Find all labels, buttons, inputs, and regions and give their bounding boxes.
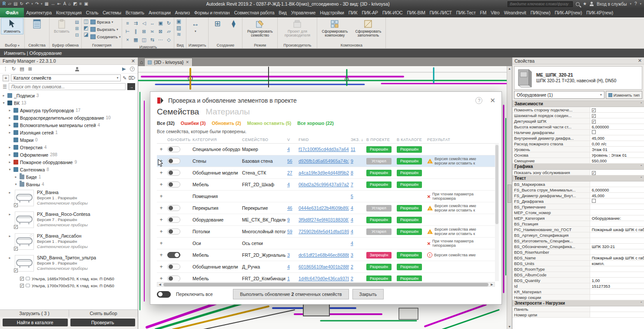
table-vertical-scrollbar[interactable] <box>495 144 499 281</box>
expand-arrow-icon[interactable]: ▸ <box>8 234 12 238</box>
family-card[interactable]: ▸✓РХ_Ванна_Roco-ContesaВерсия 7 . Разреш… <box>0 210 138 232</box>
expand-row-button[interactable]: + <box>157 155 166 167</box>
ribbon-tab[interactable]: ПИК-АР(new) <box>553 8 584 17</box>
redo-caret-icon[interactable]: ▾ <box>41 2 43 6</box>
cut-geometry-icon[interactable]: ◇ <box>165 36 173 44</box>
match-properties-icon[interactable]: ▤ <box>74 19 80 25</box>
tree-item[interactable]: ▾Сантехника8 <box>0 166 138 173</box>
table-horizontal-scrollbar[interactable]: ◀ ▶ <box>157 282 495 287</box>
canvas-scroll-down-icon[interactable]: ▼ <box>507 324 512 329</box>
measure-icon[interactable]: ↔ <box>51 1 55 7</box>
type-checkbox[interactable]: ✓ <box>20 284 24 288</box>
version-link[interactable]: 59 <box>287 229 292 234</box>
refresh-icon[interactable]: ↻ <box>12 66 16 72</box>
instances-link[interactable]: 9 <box>351 158 353 164</box>
version-link[interactable]: 9 <box>287 217 290 222</box>
rotate-icon[interactable]: ↻ <box>165 19 173 27</box>
expand-row-button[interactable]: + <box>157 167 166 179</box>
load-button[interactable]: Загрузить ( 3 ) <box>0 310 69 317</box>
dialog-tab-families[interactable]: Семейства <box>157 107 199 117</box>
edit-family-button[interactable]: Редактировать семейство <box>244 18 276 38</box>
ribbon-tab[interactable]: Аннотации <box>146 8 173 17</box>
instances-link[interactable]: 5 <box>351 194 353 199</box>
expand-row-button[interactable]: + <box>157 226 166 238</box>
family-row[interactable]: +МебельFRT_2D_Шкаф406bd2a26c996437a97a23… <box>157 179 499 191</box>
cope-icon[interactable]: ◫ <box>83 18 89 24</box>
join-icon[interactable]: ◪ <box>83 31 89 37</box>
property-value[interactable]: 0,00 л/с <box>590 141 644 146</box>
expand-arrow-icon[interactable]: ▸ <box>8 123 12 127</box>
property-value[interactable]: 1,00 <box>590 278 644 283</box>
expand-arrow-icon[interactable]: ▸ <box>8 108 12 112</box>
ribbon-tab[interactable]: Формы и генплан <box>192 8 232 17</box>
version-link[interactable]: 1 <box>287 276 290 281</box>
panel-producer-label[interactable]: Производитель <box>278 43 317 48</box>
tree-item[interactable]: Марки0 <box>0 136 138 144</box>
instances-link[interactable]: 8 <box>351 170 353 175</box>
open-icon[interactable]: ▱ <box>8 1 11 7</box>
unpin-icon[interactable]: × <box>123 36 131 44</box>
family-manager-close-icon[interactable]: ✕ <box>131 58 135 64</box>
collapse-icon[interactable]: ˆ <box>641 301 642 306</box>
collapse-icon[interactable]: ˆ <box>641 176 642 181</box>
hscroll-thumb[interactable] <box>163 283 488 286</box>
property-value[interactable] <box>590 199 644 204</box>
family-card[interactable]: ▸✓SND_Ванна_Тритон_ультраВерсия 9 . Разр… <box>0 253 138 275</box>
property-checkbox[interactable]: ✓ <box>592 171 596 175</box>
family-card[interactable]: ▸✓♡РХ_Ванна_ЛиссабонВерсия 1 . РазрешёнС… <box>0 232 138 253</box>
update-toggle[interactable] <box>167 170 180 176</box>
geometry-cut-row[interactable]: Вырезать▾ <box>90 26 120 33</box>
property-value[interactable]: 15127353 <box>590 284 644 289</box>
add-catalog-button[interactable]: + <box>3 75 9 81</box>
property-value[interactable]: Оборудование: <box>590 216 644 221</box>
expand-arrow-icon[interactable]: ▸ <box>14 175 18 179</box>
tree-item[interactable]: ▸Биде1 <box>0 173 138 181</box>
family-row[interactable]: +МебельFRT_2D_Комбинация ТВ+11d4fc6470d0… <box>157 273 499 281</box>
ribbon-tab[interactable]: Weandrevit <box>502 8 528 17</box>
modify-button[interactable]: Изменить <box>1 18 23 34</box>
app-logo-icon[interactable]: R <box>3 1 6 7</box>
ribbon-tab[interactable]: ПИК-АР <box>359 8 380 17</box>
copy-clipboard-icon[interactable]: ⊞ <box>74 26 80 31</box>
expand-arrow-icon[interactable]: ▾ <box>2 101 6 105</box>
create-similar-button[interactable]: ⧫ <box>226 18 241 30</box>
fmid-link[interactable]: 1d4fc6470d0e436ca9378f40 <box>299 276 349 281</box>
form-filler-button[interactable]: Сформировать заполнитель <box>352 18 384 38</box>
ribbon-tab[interactable]: Вставить <box>123 8 146 17</box>
expand-arrow-icon[interactable]: ▸ <box>8 145 12 149</box>
send-icon[interactable] <box>122 67 126 71</box>
version-link[interactable]: 3 <box>287 252 290 258</box>
expand-arrow-icon[interactable]: ▸ <box>8 191 12 195</box>
expand-arrow-icon[interactable]: ▸ <box>8 212 12 216</box>
version-link[interactable]: 46 <box>287 205 292 211</box>
delete-catalog-icon[interactable]: ⌦ <box>128 75 135 81</box>
collapse-icon[interactable]: ˆ <box>641 164 642 169</box>
ribbon-tab[interactable]: FM <box>478 8 489 17</box>
canvas-vscroll-thumb[interactable] <box>508 185 511 203</box>
paste-button[interactable]: Вставить <box>51 18 73 34</box>
pin-icon[interactable]: ▱ <box>165 27 173 35</box>
ribbon-tab[interactable]: Совместная работа <box>232 8 277 17</box>
expand-arrow-icon[interactable]: ▸ <box>8 131 12 134</box>
user-interface-icon[interactable]: ▣ <box>84 1 88 7</box>
expand-row-button[interactable]: + <box>157 191 166 202</box>
linework-icon[interactable]: ≋ <box>176 31 182 37</box>
dimension-icon[interactable]: ⇤ <box>57 1 61 7</box>
sync-icon[interactable]: ↻ <box>20 1 23 7</box>
tree-item[interactable]: ▸Оформление288 <box>0 151 138 158</box>
dialog-help-icon[interactable]: ? <box>475 97 482 104</box>
property-value[interactable]: 550,000 <box>590 158 644 163</box>
family-row[interactable]: +ОсиОсь сетки4×При чтении параметратипор… <box>157 238 499 249</box>
ribbon-tab[interactable]: ПИК-ЛИСТ <box>427 8 454 17</box>
fmid-link[interactable]: 0444e631d22b4f609b89372 <box>299 205 349 211</box>
family-checkbox[interactable]: ✓ <box>14 247 18 251</box>
compare-icon[interactable]: ⊞ <box>28 66 32 72</box>
edit-catalog-icon[interactable]: ✎ <box>123 75 126 81</box>
family-row[interactable]: +Помещения5×При чтении параметратипоразм… <box>157 191 499 202</box>
more-tools-icon[interactable]: ⋯ <box>156 36 164 44</box>
default-3d-view-icon[interactable]: ⌂ <box>68 1 71 7</box>
ribbon-tab[interactable]: Архитектура <box>24 8 54 17</box>
expand-arrow-icon[interactable]: ▸ <box>8 153 12 157</box>
3d-viewport[interactable]: Проверка и обновление элементов в проект… <box>138 66 507 329</box>
family-checkbox[interactable]: ✓ <box>14 203 18 207</box>
